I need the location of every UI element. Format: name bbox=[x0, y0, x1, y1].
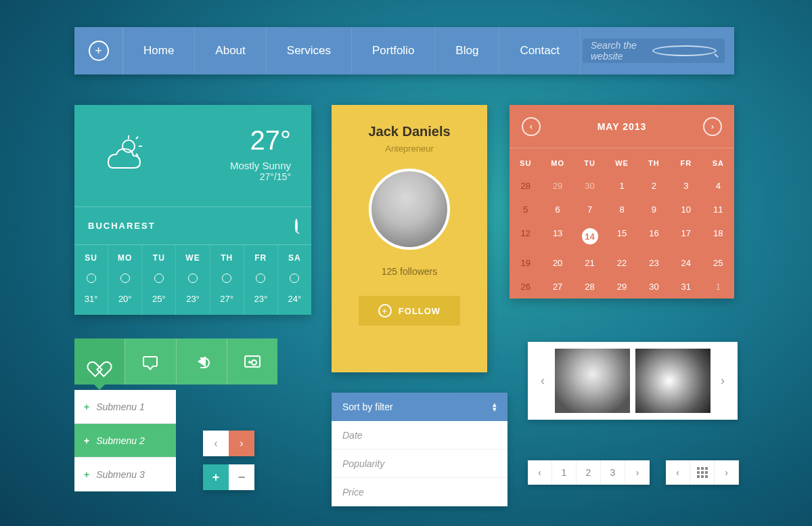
pager-page[interactable]: 2 bbox=[577, 460, 601, 485]
increment-button[interactable]: + bbox=[203, 464, 229, 490]
nav-item-contact[interactable]: Contact bbox=[499, 27, 581, 74]
calendar-day[interactable]: 18 bbox=[702, 221, 734, 251]
calendar-day[interactable]: 17 bbox=[670, 221, 702, 251]
sort-toggle[interactable]: Sort by filter ▴▾ bbox=[332, 393, 508, 421]
calendar-day[interactable]: 12 bbox=[510, 221, 541, 251]
calendar-day[interactable]: 7 bbox=[574, 198, 606, 221]
pager-page[interactable]: 1 bbox=[552, 460, 577, 485]
calendar-day[interactable]: 21 bbox=[574, 251, 606, 275]
nav-item-home[interactable]: Home bbox=[123, 27, 195, 74]
pager-grid-button[interactable] bbox=[690, 460, 715, 485]
plus-icon: + bbox=[84, 435, 89, 446]
calendar-day[interactable]: 25 bbox=[702, 251, 734, 275]
nav-item-blog[interactable]: Blog bbox=[435, 27, 499, 74]
nav-search: Search the website bbox=[583, 27, 734, 74]
calendar-day[interactable]: 10 bbox=[670, 198, 702, 221]
calendar-day[interactable]: 30 bbox=[638, 275, 670, 299]
tab-radio[interactable] bbox=[227, 338, 277, 385]
calendar-day[interactable]: 1 bbox=[702, 275, 734, 299]
arrow-prev-button[interactable]: ‹ bbox=[203, 431, 229, 456]
calendar-day[interactable]: 2 bbox=[638, 174, 670, 198]
calendar-day[interactable]: 4 bbox=[702, 174, 734, 198]
gallery-next-button[interactable]: › bbox=[713, 342, 732, 420]
gallery-thumb[interactable] bbox=[555, 349, 630, 413]
search-icon bbox=[652, 45, 717, 56]
calendar-dow: MO bbox=[541, 148, 573, 174]
weather-hilo: 27°/15° bbox=[169, 171, 291, 182]
calendar-day[interactable]: 29 bbox=[541, 174, 573, 198]
nav-item-portfolio[interactable]: Portfolio bbox=[352, 27, 435, 74]
calendar-next-button[interactable]: › bbox=[703, 117, 722, 136]
calendar-day[interactable]: 22 bbox=[606, 251, 637, 275]
chat-icon bbox=[143, 356, 158, 367]
day-icon bbox=[176, 268, 209, 288]
calendar-day[interactable]: 11 bbox=[702, 198, 734, 221]
submenu-label: Submenu 3 bbox=[96, 469, 145, 480]
calendar-day[interactable]: 8 bbox=[606, 198, 637, 221]
gallery-slider: ‹ › bbox=[528, 342, 738, 420]
calendar-day[interactable]: 24 bbox=[670, 251, 702, 275]
weather-search-button[interactable] bbox=[295, 220, 298, 232]
nav-item-about[interactable]: About bbox=[195, 27, 266, 74]
calendar-day[interactable]: 15 bbox=[606, 221, 637, 251]
calendar-dow: SA bbox=[702, 148, 734, 174]
gallery-thumb[interactable] bbox=[635, 349, 710, 413]
calendar-day[interactable]: 28 bbox=[510, 174, 541, 198]
calendar-day[interactable]: 27 bbox=[541, 275, 573, 299]
day-temp: 23° bbox=[176, 294, 209, 304]
day-temp: 20° bbox=[108, 294, 141, 304]
day-name: TH bbox=[210, 253, 244, 263]
calendar-day[interactable]: 23 bbox=[638, 251, 670, 275]
calendar-day[interactable]: 31 bbox=[670, 275, 702, 299]
pager-prev-button[interactable]: ‹ bbox=[666, 460, 690, 485]
submenu-item[interactable]: +Submenu 2 bbox=[74, 424, 176, 458]
pager-prev-button[interactable]: ‹ bbox=[528, 460, 552, 485]
arrow-next-button[interactable]: › bbox=[229, 431, 254, 456]
calendar-day[interactable]: 3 bbox=[670, 174, 702, 198]
sort-option[interactable]: Date bbox=[332, 421, 508, 450]
forecast-day: TH 27° bbox=[210, 244, 244, 315]
gallery-prev-button[interactable]: ‹ bbox=[533, 342, 552, 420]
calendar-prev-button[interactable]: ‹ bbox=[522, 117, 541, 136]
day-name: WE bbox=[176, 253, 209, 263]
calendar-day[interactable]: 6 bbox=[541, 198, 573, 221]
tab-sound[interactable] bbox=[176, 338, 227, 385]
day-temp: 31° bbox=[74, 294, 108, 304]
follow-button[interactable]: + FOLLOW bbox=[359, 296, 460, 326]
calendar-day[interactable]: 1 bbox=[606, 174, 637, 198]
day-temp: 25° bbox=[142, 294, 175, 304]
nav-add-button[interactable]: + bbox=[74, 27, 123, 74]
nav-item-services[interactable]: Services bbox=[267, 27, 352, 74]
search-input[interactable]: Search the website bbox=[583, 39, 725, 63]
pager-next-button[interactable]: › bbox=[715, 460, 739, 485]
calendar-day[interactable]: 19 bbox=[510, 251, 541, 275]
calendar-day[interactable]: 20 bbox=[541, 251, 573, 275]
sort-panel: Sort by filter ▴▾ DatePopularityPrice bbox=[332, 393, 508, 506]
profile-name: Jack Daniels bbox=[332, 105, 487, 139]
tab-favorites[interactable] bbox=[74, 338, 125, 385]
calendar-day[interactable]: 13 bbox=[541, 221, 573, 251]
submenu-label: Submenu 2 bbox=[96, 435, 145, 446]
calendar-day[interactable]: 26 bbox=[510, 275, 541, 299]
calendar-day[interactable]: 29 bbox=[606, 275, 637, 299]
submenu-item[interactable]: +Submenu 1 bbox=[74, 390, 176, 424]
day-name: FR bbox=[244, 253, 277, 263]
calendar-day[interactable]: 9 bbox=[638, 198, 670, 221]
pager-next-button[interactable]: › bbox=[625, 460, 650, 485]
calendar-day[interactable]: 14 bbox=[574, 221, 606, 251]
calendar-day[interactable]: 30 bbox=[574, 174, 606, 198]
forecast-day: SA 24° bbox=[277, 244, 311, 315]
calendar-day[interactable]: 16 bbox=[638, 221, 670, 251]
sort-option[interactable]: Price bbox=[332, 478, 508, 506]
day-name: MO bbox=[108, 253, 141, 263]
sort-option[interactable]: Popularity bbox=[332, 450, 508, 478]
calendar-day[interactable]: 5 bbox=[510, 198, 541, 221]
calendar-dow: SU bbox=[510, 148, 541, 174]
pager-page[interactable]: 3 bbox=[601, 460, 625, 485]
tab-chat[interactable] bbox=[125, 338, 175, 385]
calendar-dow: WE bbox=[606, 148, 637, 174]
submenu-item[interactable]: +Submenu 3 bbox=[74, 458, 176, 491]
plus-icon: + bbox=[89, 41, 109, 61]
calendar-day[interactable]: 28 bbox=[574, 275, 606, 299]
decrement-button[interactable]: − bbox=[229, 464, 254, 490]
